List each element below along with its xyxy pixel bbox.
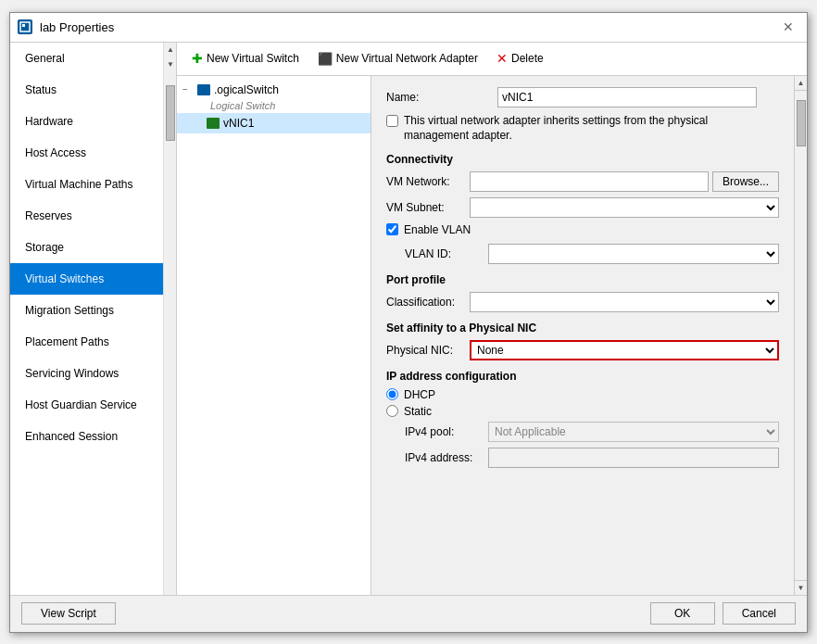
new-virtual-switch-button[interactable]: ✚ New Virtual Switch (184, 48, 307, 69)
name-label: Name: (386, 91, 497, 104)
vm-subnet-row: VM Subnet: (386, 197, 779, 218)
sidebar-item-hardware[interactable]: Hardware (10, 106, 163, 137)
ipv4-address-label: IPv4 address: (405, 451, 488, 464)
scroll-down-detail[interactable]: ▼ (795, 580, 807, 595)
sidebar-item-reserves[interactable]: Reserves (10, 200, 163, 232)
new-virtual-network-adapter-button[interactable]: ⬛ New Virtual Network Adapter (310, 49, 485, 69)
enable-vlan-row: Enable VLAN (386, 223, 779, 238)
sidebar-item-host-access[interactable]: Host Access (10, 137, 163, 169)
vm-network-row: VM Network: Browse... (386, 171, 779, 192)
sidebar-item-vm-paths[interactable]: Virtual Machine Paths (10, 169, 163, 200)
title-bar: lab Properties ✕ (10, 13, 807, 43)
split-pane: − .ogicalSwitch Logical Switch vNIC1 (177, 76, 807, 595)
close-button[interactable]: ✕ (777, 18, 799, 36)
physical-nic-select[interactable]: None (470, 340, 779, 360)
detail-pane: Name: This virtual network adapter inher… (371, 76, 794, 595)
sidebar-item-storage[interactable]: Storage (10, 232, 163, 263)
delete-button[interactable]: ✕ Delete (489, 48, 551, 69)
ipv4-pool-label: IPv4 pool: (405, 425, 488, 438)
inherit-label: This virtual network adapter inherits se… (404, 113, 719, 145)
tree-switch-type: Logical Switch (210, 100, 371, 113)
cancel-button[interactable]: Cancel (723, 602, 796, 625)
name-row: Name: (386, 87, 779, 107)
ipv4-pool-row: IPv4 pool: Not Applicable (386, 422, 779, 442)
plus-icon: ✚ (192, 51, 203, 66)
main-window: lab Properties ✕ General Status Hardware… (9, 12, 808, 633)
new-virtual-switch-label: New Virtual Switch (207, 52, 299, 65)
vlan-id-label: VLAN ID: (405, 247, 488, 260)
enable-vlan-checkbox[interactable] (386, 223, 398, 235)
tree-item-logical-switch[interactable]: − .ogicalSwitch (177, 80, 371, 100)
dhcp-radio-row: DHCP (386, 388, 779, 401)
tree-nic-name: vNIC1 (223, 117, 254, 130)
physical-nic-label: Physical NIC: (386, 344, 470, 357)
inherit-checkbox[interactable] (386, 115, 398, 127)
sidebar-item-migration[interactable]: Migration Settings (10, 295, 163, 326)
sidebar-item-servicing[interactable]: Servicing Windows (10, 358, 163, 389)
ipv4-address-row: IPv4 address: (386, 448, 779, 468)
static-radio-row: Static (386, 405, 779, 418)
sidebar-scrollbar[interactable]: ▲ ▼ (163, 43, 176, 595)
delete-label: Delete (511, 52, 544, 65)
browse-button[interactable]: Browse... (712, 171, 779, 192)
physical-nic-row: Physical NIC: None (386, 340, 779, 360)
tree-switch-name: .ogicalSwitch (214, 83, 279, 96)
static-radio[interactable] (386, 405, 398, 417)
inherit-checkbox-row: This virtual network adapter inherits se… (386, 113, 779, 145)
scroll-up-detail[interactable]: ▲ (795, 76, 807, 91)
dhcp-label: DHCP (404, 388, 435, 401)
delete-icon: ✕ (496, 51, 508, 66)
sidebar-list: General Status Hardware Host Access Virt… (10, 43, 163, 595)
classification-row: Classification: (386, 292, 779, 312)
ip-header: IP address configuration (386, 370, 779, 383)
detail-scrollbar[interactable]: ▲ ▼ (794, 76, 807, 595)
static-label: Static (404, 405, 432, 418)
sidebar-item-status[interactable]: Status (10, 74, 163, 106)
window-icon (18, 19, 32, 34)
connectivity-header: Connectivity (386, 153, 779, 166)
sidebar-item-general[interactable]: General (10, 43, 163, 74)
sidebar: General Status Hardware Host Access Virt… (10, 43, 177, 595)
switch-icon (197, 84, 210, 95)
view-script-button[interactable]: View Script (21, 602, 116, 625)
ipv4-address-input[interactable] (488, 448, 779, 468)
enable-vlan-label: Enable VLAN (404, 223, 471, 238)
toolbar: ✚ New Virtual Switch ⬛ New Virtual Netwo… (177, 43, 807, 76)
svg-rect-1 (22, 24, 25, 27)
tree-expand-icon: − (182, 84, 197, 95)
vlan-id-row: VLAN ID: (386, 244, 779, 264)
nic-icon (207, 118, 220, 129)
classification-select[interactable] (470, 292, 779, 312)
vlan-id-select[interactable] (488, 244, 779, 264)
port-profile-header: Port profile (386, 273, 779, 286)
content-area: General Status Hardware Host Access Virt… (10, 43, 807, 595)
name-input[interactable] (497, 87, 757, 107)
footer: View Script OK Cancel (10, 595, 807, 632)
vm-subnet-select[interactable] (470, 197, 779, 218)
network-adapter-icon: ⬛ (318, 52, 333, 66)
classification-label: Classification: (386, 296, 470, 309)
detail-scroll-thumb (797, 100, 806, 146)
sidebar-item-virtual-switches[interactable]: Virtual Switches (10, 263, 163, 295)
new-virtual-network-adapter-label: New Virtual Network Adapter (336, 52, 478, 65)
window-title: lab Properties (40, 20, 114, 34)
vm-network-input[interactable] (470, 171, 709, 192)
sidebar-item-enhanced[interactable]: Enhanced Session (10, 421, 163, 452)
main-panel: ✚ New Virtual Switch ⬛ New Virtual Netwo… (177, 43, 807, 595)
ok-button[interactable]: OK (650, 602, 715, 625)
sidebar-item-placement[interactable]: Placement Paths (10, 326, 163, 358)
detail-panel-wrapper: Name: This virtual network adapter inher… (371, 76, 807, 595)
scroll-down-btn[interactable]: ▼ (164, 57, 177, 72)
scroll-up-btn[interactable]: ▲ (164, 43, 177, 57)
scroll-thumb (166, 85, 175, 141)
ipv4-pool-select[interactable]: Not Applicable (488, 422, 779, 442)
tree-item-vnic[interactable]: vNIC1 (177, 113, 371, 133)
physical-nic-header: Set affinity to a Physical NIC (386, 322, 779, 335)
tree-pane: − .ogicalSwitch Logical Switch vNIC1 (177, 76, 371, 595)
vm-subnet-label: VM Subnet: (386, 201, 470, 214)
sidebar-item-guardian[interactable]: Host Guardian Service (10, 389, 163, 421)
vm-network-label: VM Network: (386, 175, 470, 188)
dhcp-radio[interactable] (386, 388, 398, 400)
